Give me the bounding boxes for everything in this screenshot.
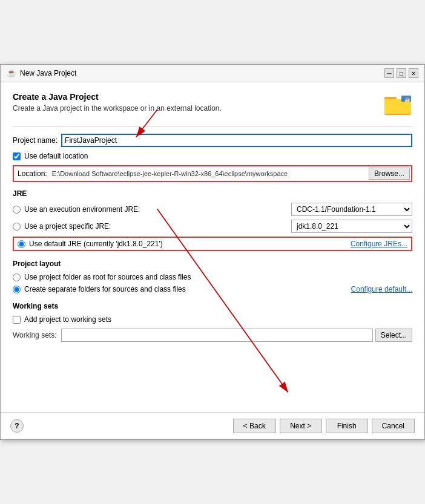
jre-section: JRE Use an execution environment JRE: CD… [13,189,412,251]
layout-separate-folders-label: Create separate folders for sources and … [24,285,186,293]
location-row: Location: Browse... [13,165,412,182]
main-window: ☕ New Java Project ─ □ ✕ Cr [0,64,425,440]
layout-folder-root-label: Use project folder as root for sources a… [24,273,191,281]
header-text: Create a Java Project Create a Java proj… [13,92,222,113]
maximize-button[interactable]: □ [397,68,406,78]
close-button[interactable]: ✕ [409,68,418,78]
layout-folder-root-radio[interactable] [13,273,21,281]
working-sets-input[interactable] [61,329,373,342]
wizard-icon: ☕ [383,92,412,116]
jre-project-jre-label: Use a project specific JRE: [24,222,111,231]
project-name-label: Project name: [13,136,58,145]
configure-jres-link[interactable]: Configure JREs... [351,240,407,248]
finish-button[interactable]: Finish [326,419,368,433]
default-location-row: Use default location [13,152,412,160]
working-sets-input-row: Working sets: Select... [13,329,412,342]
footer-buttons: < Back Next > Finish Cancel [233,419,415,433]
jre-execution-env-row: Use an execution environment JRE: CDC-1.… [13,203,412,216]
dialog-header: Create a Java Project Create a Java proj… [13,92,412,116]
add-to-working-sets-checkbox[interactable] [13,316,21,324]
spacer [13,349,412,398]
jre-project-jre-radio[interactable] [13,223,21,231]
use-default-location-label: Use default location [24,152,88,160]
dialog-subtitle: Create a Java project in the workspace o… [13,104,222,113]
working-sets-title: Working sets [13,302,412,310]
jre-default-jre-row: Use default JRE (currently 'jdk1.8.0_221… [13,237,412,251]
jre-project-jre-row: Use a project specific JRE: jdk1.8.0_221 [13,220,412,233]
project-layout-section: Project layout Use project folder as roo… [13,260,412,293]
jre-default-jre-label: Use default JRE (currently 'jdk1.8.0_221… [29,240,163,248]
help-button[interactable]: ? [10,419,24,433]
working-sets-section: Working sets Add project to working sets… [13,302,412,342]
project-layout-title: Project layout [13,260,412,268]
add-to-working-sets-row: Add project to working sets [13,315,412,324]
dialog-content: Create a Java Project Create a Java proj… [1,82,424,407]
select-working-sets-button[interactable]: Select... [375,329,412,342]
next-button[interactable]: Next > [280,419,322,433]
jre-execution-env-radio[interactable] [13,206,21,214]
location-input[interactable] [50,169,366,178]
jre-project-jre-select[interactable]: jdk1.8.0_221 [291,220,412,233]
header-divider [13,126,412,126]
window-title: New Java Project [20,69,76,77]
title-bar: ☕ New Java Project ─ □ ✕ [1,65,424,82]
browse-button[interactable]: Browse... [369,168,410,180]
layout-folder-root-row: Use project folder as root for sources a… [13,273,412,281]
minimize-button[interactable]: ─ [384,68,394,78]
add-to-working-sets-label: Add project to working sets [24,315,111,324]
dialog-title: Create a Java Project [13,92,222,102]
cancel-button[interactable]: Cancel [372,419,415,433]
svg-text:☕: ☕ [404,96,410,102]
jre-execution-env-select[interactable]: CDC-1.1/Foundation-1.1 [291,203,412,216]
window-icon: ☕ [7,68,16,78]
footer-left: ? [10,419,24,433]
back-button[interactable]: < Back [233,419,276,433]
jre-default-jre-radio[interactable] [18,240,25,248]
working-sets-label: Working sets: [13,331,61,339]
location-label: Location: [15,169,50,178]
use-default-location-checkbox[interactable] [13,152,21,160]
jre-section-title: JRE [13,189,412,198]
dialog-footer: ? < Back Next > Finish Cancel [1,412,424,439]
title-bar-controls: ─ □ ✕ [384,68,418,78]
layout-separate-folders-radio[interactable] [13,286,21,293]
project-name-input[interactable] [61,134,412,147]
layout-separate-folders-row: Create separate folders for sources and … [13,285,412,293]
jre-execution-env-label: Use an execution environment JRE: [24,205,140,214]
project-name-row: Project name: [13,134,412,147]
title-bar-left: ☕ New Java Project [7,68,76,78]
configure-default-link[interactable]: Configure default... [351,285,412,293]
